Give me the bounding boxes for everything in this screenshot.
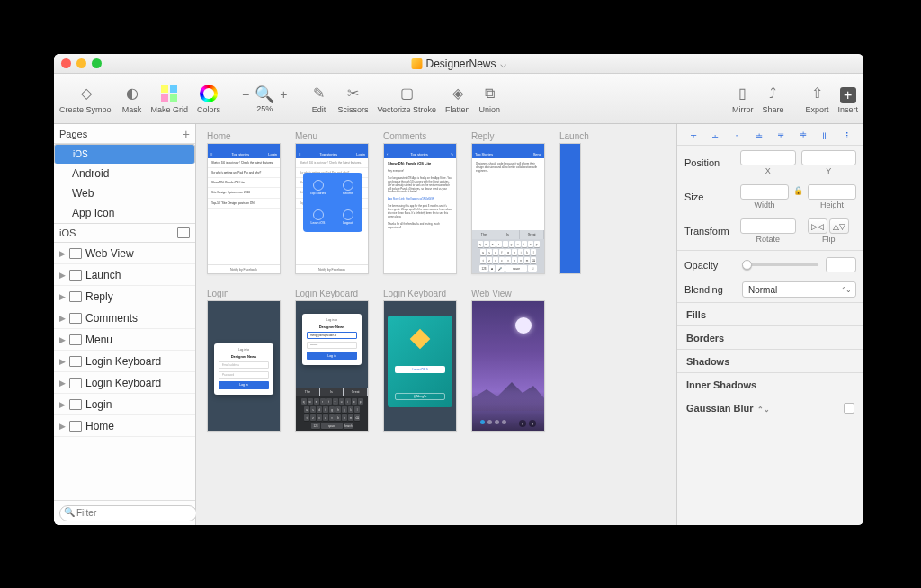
prev-icon[interactable]: ‹ <box>519 420 526 427</box>
zoom-out-icon[interactable]: − <box>242 87 249 102</box>
disclosure-icon[interactable]: ▶ <box>59 335 66 344</box>
align-bottom-icon[interactable]: ⫩ <box>797 129 809 141</box>
fills-section[interactable]: Fills <box>677 302 863 325</box>
moon-icon <box>515 317 532 334</box>
borders-section[interactable]: Borders <box>677 325 863 349</box>
star-icon <box>313 180 324 191</box>
zoom-control[interactable]: − 🔍 + 25% <box>242 85 287 113</box>
artboard-login-keyboard-1[interactable]: Login Keyboard Log in to Designer News m… <box>295 289 369 432</box>
artboard-toggle-icon[interactable] <box>177 227 190 238</box>
updown-icon[interactable]: ⌃⌄ <box>757 405 770 414</box>
opacity-input[interactable] <box>826 257 856 272</box>
rotate-input[interactable] <box>740 218 796 234</box>
page-item-web[interactable]: Web <box>54 183 195 203</box>
traffic-lights <box>61 58 102 68</box>
layer-item[interactable]: ▶Login Keyboard <box>54 372 195 394</box>
document-title[interactable]: DesignerNews ⌵ <box>411 58 505 70</box>
titlebar: DesignerNews ⌵ <box>54 54 863 74</box>
export-button[interactable]: ⇧Export <box>805 84 828 114</box>
union-button[interactable]: ⧉Union <box>479 84 501 114</box>
layers-list[interactable]: ▶Web View ▶Launch ▶Reply ▶Comments ▶Menu… <box>54 243 195 500</box>
blending-select[interactable]: Normal⌃⌄ <box>742 281 856 298</box>
blur-checkbox[interactable] <box>844 403 854 414</box>
flip-v-button[interactable]: △▽ <box>829 218 849 234</box>
disclosure-icon[interactable]: ▶ <box>59 271 66 280</box>
add-page-icon[interactable]: + <box>183 127 190 141</box>
align-top-icon[interactable]: ⫨ <box>753 129 765 141</box>
create-symbol-button[interactable]: ◇ Create Symbol <box>59 84 113 114</box>
disclosure-icon[interactable]: ▶ <box>59 357 66 366</box>
blending-row: Blending Normal⌃⌄ <box>677 277 863 302</box>
artboard-reply[interactable]: Reply Top StoriesSend Designers should c… <box>471 131 545 274</box>
layer-item[interactable]: ▶Login Keyboard <box>54 351 195 372</box>
layer-item[interactable]: ▶Web View <box>54 243 195 264</box>
page-item-ios[interactable]: iOS <box>54 144 195 164</box>
inner-shadows-section[interactable]: Inner Shadows <box>677 372 863 396</box>
distribute-v-icon[interactable]: ⫶ <box>841 129 854 141</box>
artboard-webview[interactable]: Web View ‹ › <box>471 289 545 432</box>
artboard-login-keyboard-2[interactable]: Login Keyboard Learn iOS 9 @MengTo <box>383 289 457 432</box>
artboard-icon <box>69 356 82 367</box>
share-button[interactable]: ⤴Share <box>762 84 783 114</box>
align-center-v-icon[interactable]: ⫧ <box>775 129 788 141</box>
lock-icon[interactable]: 🔒 <box>794 184 802 196</box>
width-input[interactable] <box>740 184 789 200</box>
artboard-menu[interactable]: Menu ≡Top storiesLogin Sketch 3.6 is out… <box>295 131 369 274</box>
position-y-input[interactable] <box>801 150 857 165</box>
disclosure-icon[interactable]: ▶ <box>59 379 66 388</box>
pencil-icon: ✎ <box>308 84 328 103</box>
align-center-h-icon[interactable]: ⫠ <box>710 129 722 141</box>
insert-icon: + <box>840 87 856 103</box>
disclosure-icon[interactable]: ▶ <box>59 422 66 431</box>
layer-item[interactable]: ▶Launch <box>54 264 195 286</box>
layer-item[interactable]: ▶Menu <box>54 329 195 351</box>
page-item-android[interactable]: Android <box>54 164 195 183</box>
search-icon: 🔍 <box>64 507 75 517</box>
filter-input[interactable] <box>59 505 197 521</box>
disclosure-icon[interactable]: ▶ <box>59 314 66 323</box>
artboard-login[interactable]: Login Log in to Designer News Email addr… <box>207 289 281 432</box>
height-input[interactable] <box>808 184 856 200</box>
mirror-button[interactable]: ▯Mirror <box>732 84 754 114</box>
artboard-launch[interactable]: Launch <box>559 131 589 274</box>
mask-button[interactable]: ◐ Mask <box>122 84 142 114</box>
flip-h-button[interactable]: ▷◁ <box>808 218 827 234</box>
align-left-icon[interactable]: ⫟ <box>687 129 700 141</box>
opacity-row: Opacity <box>677 253 863 277</box>
disclosure-icon[interactable]: ▶ <box>59 249 66 258</box>
vectorize-button[interactable]: ▢Vectorize Stroke <box>377 84 436 114</box>
artboard-comments[interactable]: Comments ‹Top stories✎ Show DN: Panda iO… <box>383 131 457 274</box>
next-icon[interactable]: › <box>529 420 536 427</box>
pages-list: iOS Android Web App Icon <box>54 144 195 223</box>
distribute-h-icon[interactable]: ⫼ <box>818 129 831 141</box>
artboard-icon <box>69 421 82 432</box>
zoom-icon[interactable] <box>92 58 102 68</box>
close-icon[interactable] <box>61 58 71 68</box>
illustration-night: ‹ › <box>472 301 544 431</box>
artboard-home[interactable]: Home ≡Top storiesLogin Sketch 3.6 is out… <box>207 131 281 274</box>
canvas[interactable]: Home ≡Top storiesLogin Sketch 3.6 is out… <box>196 124 676 525</box>
disclosure-icon[interactable]: ▶ <box>59 400 66 409</box>
disclosure-icon[interactable]: ▶ <box>59 292 66 301</box>
insert-button[interactable]: +Insert <box>837 87 858 114</box>
colors-button[interactable]: Colors <box>197 84 220 114</box>
shadows-section[interactable]: Shadows <box>677 349 863 372</box>
zoom-in-icon[interactable]: + <box>280 87 287 102</box>
make-grid-button[interactable]: Make Grid <box>151 84 189 114</box>
layer-item[interactable]: ▶Login <box>54 394 195 415</box>
gaussian-blur-section[interactable]: Gaussian Blur⌃⌄ <box>677 396 863 419</box>
logout-icon <box>343 209 353 220</box>
layer-item[interactable]: ▶Home <box>54 415 195 437</box>
page-item-appicon[interactable]: App Icon <box>54 203 195 223</box>
flatten-button[interactable]: ◈Flatten <box>445 84 470 114</box>
minimize-icon[interactable] <box>76 58 86 68</box>
position-x-input[interactable] <box>740 150 796 165</box>
align-right-icon[interactable]: ⫞ <box>731 129 744 141</box>
opacity-slider[interactable] <box>742 263 818 266</box>
scissors-icon: ✂ <box>343 84 362 103</box>
pages-header: Pages + <box>54 124 195 144</box>
scissors-button[interactable]: ✂Scissors <box>337 84 368 114</box>
layer-item[interactable]: ▶Reply <box>54 286 195 307</box>
layer-item[interactable]: ▶Comments <box>54 307 195 329</box>
edit-button[interactable]: ✎Edit <box>308 84 328 114</box>
